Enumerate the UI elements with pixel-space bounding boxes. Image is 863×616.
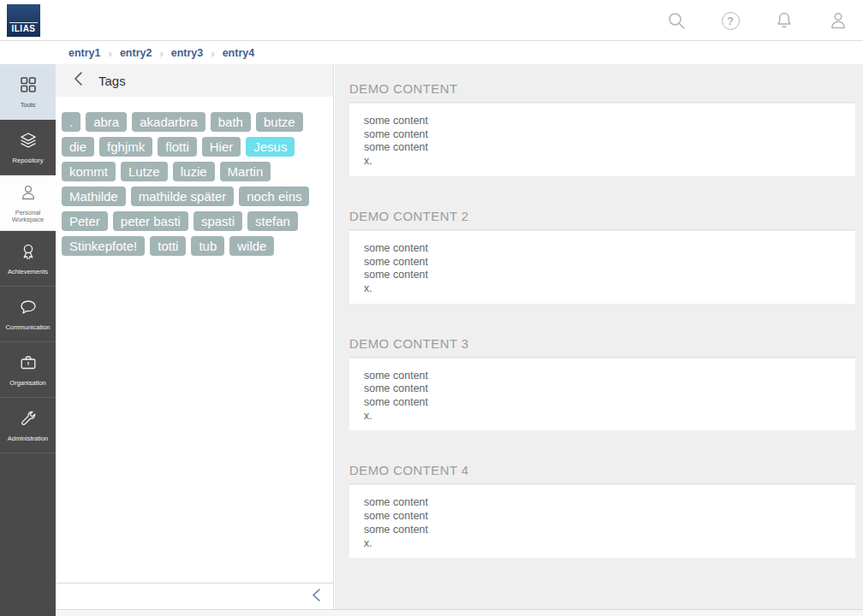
content-line: some content <box>364 370 841 383</box>
bottom-strip <box>56 609 863 616</box>
content-box: some content some content some content x… <box>349 231 855 304</box>
medal-icon <box>19 242 38 264</box>
sidebar-item-label: Administration <box>8 435 49 442</box>
breadcrumb-separator: › <box>211 47 214 60</box>
tag[interactable]: butze <box>256 112 303 132</box>
content-section: DEMO CONTENT 2 some content some content… <box>349 209 855 304</box>
tag[interactable]: Hier <box>202 137 241 157</box>
speech-bubble-icon <box>19 298 38 320</box>
sidebar-item-label: Repository <box>13 157 44 164</box>
content-box: some content some content some content x… <box>349 485 855 558</box>
tag-selected[interactable]: Jesus <box>246 137 295 157</box>
content-line: x. <box>364 537 841 551</box>
header-icons: ? <box>665 0 849 41</box>
tags-panel-footer <box>56 583 333 609</box>
content-section: DEMO CONTENT some content some content s… <box>349 81 855 176</box>
main-content: DEMO CONTENT some content some content s… <box>335 64 863 609</box>
content-section: DEMO CONTENT 4 some content some content… <box>349 463 855 558</box>
sidebar-item-organisation[interactable]: Organisation <box>0 342 56 398</box>
content-line: x. <box>364 282 841 296</box>
sidebar-item-personal-workspace[interactable]: Personal Workspace <box>0 175 56 231</box>
content-line: some content <box>364 510 841 524</box>
content-line: some content <box>364 256 841 270</box>
section-title: DEMO CONTENT <box>349 81 855 103</box>
content-box: some content some content some content x… <box>349 358 855 431</box>
breadcrumb: entry1 › entry2 › entry3 › entry4 <box>0 42 863 64</box>
tag[interactable]: wilde <box>229 236 274 256</box>
sidebar-item-communication[interactable]: Communication <box>0 287 56 342</box>
ilias-app: ILIAS ? entry1 › entry2 › entry3 › entry… <box>0 0 863 616</box>
wrench-icon <box>19 409 38 431</box>
tag[interactable]: luzie <box>173 162 215 181</box>
sidebar-item-label: Personal Workspace <box>1 210 55 223</box>
tag[interactable]: Lutze <box>121 162 168 181</box>
tag[interactable]: die <box>62 137 94 157</box>
person-icon <box>19 183 38 205</box>
help-icon[interactable]: ? <box>719 9 741 32</box>
tags-panel: Tags . abra akadarbra bath butze die fgh… <box>56 64 334 609</box>
tag[interactable]: tub <box>191 236 224 256</box>
sidebar-item-tools[interactable]: Tools <box>0 64 56 120</box>
breadcrumb-entry2[interactable]: entry2 <box>120 47 152 59</box>
collapse-chevron-icon[interactable] <box>311 588 323 606</box>
ilias-logo[interactable]: ILIAS <box>7 4 40 37</box>
tag[interactable]: stefan <box>247 211 298 231</box>
content-line: x. <box>364 410 841 424</box>
sidebar-item-label: Tools <box>21 102 36 109</box>
tags-panel-title: Tags <box>98 74 126 88</box>
briefcase-icon <box>19 353 38 376</box>
content-line: some content <box>364 242 841 256</box>
notification-bell-icon[interactable] <box>773 9 795 32</box>
breadcrumb-entry3[interactable]: entry3 <box>171 47 204 59</box>
tag[interactable]: spasti <box>193 211 242 231</box>
content-line: some content <box>364 524 841 537</box>
section-title: DEMO CONTENT 3 <box>349 336 855 358</box>
sidebar-item-label: Organisation <box>9 380 46 387</box>
content-line: some content <box>364 496 841 510</box>
main-sidebar: Tools Repository Personal Workspace Achi… <box>0 64 56 616</box>
tag[interactable]: Peter <box>62 211 108 231</box>
sidebar-item-label: Communication <box>5 324 50 331</box>
tag[interactable]: fghjmk <box>99 137 152 157</box>
breadcrumb-separator: › <box>159 47 163 60</box>
tag[interactable]: mathilde später <box>131 187 235 206</box>
tag[interactable]: noch eins <box>239 187 309 206</box>
sidebar-item-label: Achievements <box>8 269 48 275</box>
sidebar-item-repository[interactable]: Repository <box>0 120 56 175</box>
layers-icon <box>19 131 38 153</box>
sidebar-item-administration[interactable]: Administration <box>0 398 56 453</box>
sidebar-item-achievements[interactable]: Achievements <box>0 231 56 287</box>
tag[interactable]: Martin <box>220 162 271 181</box>
breadcrumb-separator: › <box>109 47 112 60</box>
tag[interactable]: flotti <box>158 137 197 157</box>
content-line: x. <box>364 155 841 169</box>
content-line: some content <box>364 382 841 396</box>
tag[interactable]: abra <box>86 112 127 132</box>
tag[interactable]: akadarbra <box>132 112 205 132</box>
content-line: some content <box>364 141 841 155</box>
search-icon[interactable] <box>665 9 687 32</box>
tags-panel-header: Tags <box>56 64 333 97</box>
content-line: some content <box>364 128 841 142</box>
tag[interactable]: . <box>62 112 80 132</box>
content-line: some content <box>364 115 841 128</box>
logo-text: ILIAS <box>9 22 37 37</box>
breadcrumb-entry1[interactable]: entry1 <box>68 47 101 59</box>
breadcrumb-entry4[interactable]: entry4 <box>223 47 255 59</box>
tag[interactable]: totti <box>150 236 186 256</box>
content-line: some content <box>364 269 841 282</box>
back-chevron-icon[interactable] <box>72 71 86 90</box>
content-section: DEMO CONTENT 3 some content some content… <box>349 336 855 431</box>
user-icon[interactable] <box>827 9 849 32</box>
content-box: some content some content some content x… <box>349 104 855 176</box>
tag[interactable]: kommt <box>62 162 116 181</box>
tag-cloud: . abra akadarbra bath butze die fghjmk f… <box>56 97 333 261</box>
tag[interactable]: Stinkepfote! <box>62 236 145 256</box>
tag[interactable]: Mathilde <box>62 187 126 206</box>
tag[interactable]: peter basti <box>113 211 188 231</box>
grid-icon <box>19 75 38 98</box>
top-header: ILIAS ? <box>0 0 863 41</box>
section-title: DEMO CONTENT 4 <box>349 463 855 484</box>
tag[interactable]: bath <box>211 112 251 132</box>
section-title: DEMO CONTENT 2 <box>349 209 855 230</box>
